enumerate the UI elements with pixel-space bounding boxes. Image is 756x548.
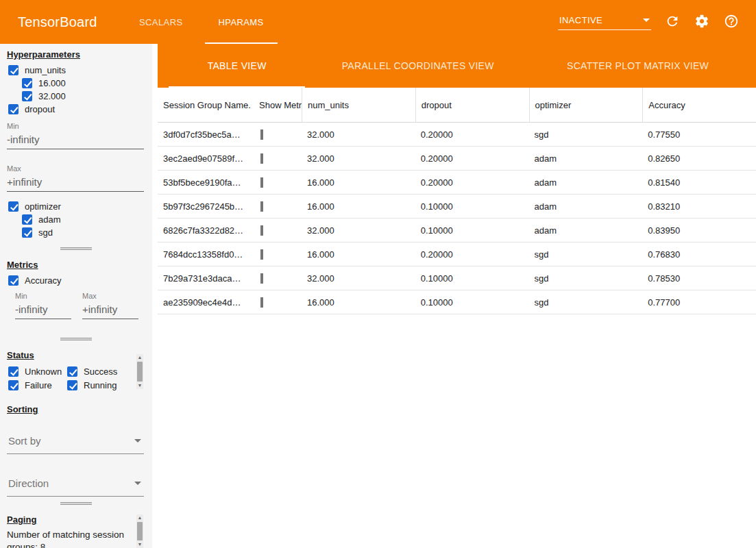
- status-row-unknown[interactable]: Unknown: [8, 365, 67, 377]
- sorting-heading: Sorting: [7, 404, 152, 414]
- session-group-name: 3df0d7cf35bec5a…: [158, 129, 254, 140]
- optimizer-value: adam: [529, 177, 643, 188]
- tab-table-view[interactable]: TABLE VIEW: [158, 44, 316, 88]
- table-row: 3ec2aed9e07589f… 32.000 0.20000 adam 0.8…: [158, 147, 756, 171]
- status-options: Unknown Success Failure Running: [0, 364, 152, 392]
- metric-max-field: Max: [82, 292, 138, 319]
- dropout-value: 0.20000: [415, 153, 529, 164]
- adam-checkbox[interactable]: [22, 214, 32, 225]
- settings-button[interactable]: [694, 14, 710, 30]
- content-area: Hyperparameters num_units 16.000 32.000 …: [0, 44, 756, 548]
- dropout-value: 0.20000: [415, 129, 529, 140]
- hparam-value-row-32[interactable]: 32.000: [0, 90, 152, 102]
- grip-icon: [60, 502, 92, 505]
- metric-min-label: Min: [15, 292, 71, 300]
- dropout-max-input[interactable]: [7, 174, 144, 192]
- hparam-value-row-sgd[interactable]: sgd: [0, 226, 152, 238]
- tab-scatter-plot-matrix-view[interactable]: SCATTER PLOT MATRIX VIEW: [520, 44, 756, 88]
- metric-max-input[interactable]: [82, 301, 138, 319]
- sidebar-resize-handle[interactable]: [0, 245, 152, 253]
- column-header-optimizer[interactable]: optimizer: [529, 88, 643, 122]
- scroll-up-icon[interactable]: ▲: [138, 514, 143, 521]
- tab-parallel-coordinates-view[interactable]: PARALLEL COORDINATES VIEW: [316, 44, 520, 88]
- refresh-button[interactable]: [664, 14, 681, 30]
- metric-max-label: Max: [82, 292, 138, 300]
- sidebar-resize-handle[interactable]: [0, 499, 152, 508]
- top-app-bar: TensorBoard SCALARS HPARAMS INACTIVE: [0, 0, 756, 44]
- metrics-heading: Metrics: [7, 260, 152, 270]
- value-16-checkbox[interactable]: [22, 78, 32, 88]
- column-header-show-metrics[interactable]: Show Metrics: [254, 88, 302, 122]
- value-32-label: 32.000: [38, 91, 66, 101]
- show-metrics-checkbox[interactable]: [260, 129, 263, 140]
- optimizer-value: adam: [529, 153, 643, 164]
- num-units-value: 16.000: [302, 297, 415, 308]
- failure-checkbox[interactable]: [8, 380, 19, 390]
- session-group-name: 7b29a731e3daca…: [158, 273, 254, 284]
- show-metrics-checkbox[interactable]: [260, 201, 263, 212]
- dropout-min-input[interactable]: [7, 132, 144, 149]
- scroll-up-icon[interactable]: ▲: [138, 354, 143, 361]
- num-units-value: 32.000: [302, 225, 415, 236]
- sidebar-resize-handle[interactable]: [0, 335, 152, 343]
- column-header-dropout[interactable]: dropout: [415, 88, 529, 122]
- hyperparameters-section: Hyperparameters num_units 16.000 32.000 …: [0, 44, 152, 245]
- scrollbar-thumb[interactable]: [137, 362, 143, 382]
- direction-value: Direction: [8, 477, 49, 489]
- session-group-name: 3ec2aed9e07589f…: [158, 153, 254, 164]
- show-metrics-checkbox[interactable]: [260, 273, 263, 284]
- show-metrics-checkbox[interactable]: [260, 225, 263, 236]
- accuracy-value: 0.77700: [642, 297, 756, 308]
- optimizer-checkbox[interactable]: [8, 201, 19, 212]
- gear-icon: [694, 14, 709, 29]
- dropout-value: 0.10000: [415, 225, 529, 236]
- paging-heading: Paging: [7, 514, 152, 525]
- success-checkbox[interactable]: [67, 366, 77, 377]
- unknown-checkbox[interactable]: [8, 366, 19, 377]
- accuracy-checkbox[interactable]: [8, 275, 19, 286]
- show-metrics-checkbox[interactable]: [260, 249, 263, 260]
- show-metrics-checkbox[interactable]: [260, 297, 263, 308]
- session-group-name: 5b97f3c2967245b…: [158, 201, 254, 212]
- column-header-accuracy[interactable]: Accuracy: [642, 88, 756, 122]
- hparam-row-dropout[interactable]: dropout: [0, 103, 152, 115]
- scroll-down-icon[interactable]: ▼: [138, 541, 143, 548]
- status-row-failure[interactable]: Failure: [8, 379, 67, 391]
- column-header-num-units[interactable]: num_units: [302, 88, 415, 122]
- show-metrics-checkbox[interactable]: [260, 153, 263, 164]
- hparam-value-row-16[interactable]: 16.000: [0, 77, 152, 89]
- num-units-value: 32.000: [302, 129, 415, 140]
- scrollbar-thumb[interactable]: [137, 522, 143, 540]
- sort-by-select[interactable]: Sort by: [7, 432, 144, 454]
- tab-hparams[interactable]: HPARAMS: [201, 0, 282, 44]
- reload-interval-value: INACTIVE: [559, 15, 602, 25]
- column-header-session-group-name[interactable]: Session Group Name.: [158, 88, 254, 122]
- direction-select[interactable]: Direction: [7, 475, 144, 497]
- optimizer-value: adam: [529, 225, 643, 236]
- scroll-down-icon[interactable]: ▼: [138, 382, 143, 389]
- hparam-row-num-units[interactable]: num_units: [0, 64, 152, 76]
- hparam-value-row-adam[interactable]: adam: [0, 213, 152, 225]
- session-groups-table: Session Group Name. Show Metrics num_uni…: [158, 88, 756, 548]
- view-tabs: TABLE VIEW PARALLEL COORDINATES VIEW SCA…: [158, 44, 756, 88]
- value-32-checkbox[interactable]: [22, 91, 32, 101]
- metric-row-accuracy[interactable]: Accuracy: [0, 274, 152, 286]
- refresh-icon: [665, 14, 680, 29]
- sgd-checkbox[interactable]: [22, 227, 32, 238]
- reload-interval-select[interactable]: INACTIVE: [558, 14, 651, 30]
- paging-scrollbar[interactable]: ▲ ▼: [136, 514, 143, 548]
- grip-icon: [60, 338, 92, 340]
- show-metrics-checkbox[interactable]: [260, 177, 263, 188]
- num-units-checkbox[interactable]: [8, 65, 19, 75]
- chevron-down-icon: [134, 482, 141, 485]
- table-row: 7684dcc13358fd0… 16.000 0.20000 sgd 0.76…: [158, 242, 756, 266]
- tab-scalars[interactable]: SCALARS: [121, 0, 201, 44]
- status-scrollbar[interactable]: ▲ ▼: [136, 354, 143, 389]
- session-group-name: 6826c7fa3322d82…: [158, 225, 254, 236]
- running-checkbox[interactable]: [67, 380, 77, 390]
- dropout-checkbox[interactable]: [8, 104, 19, 114]
- hparam-row-optimizer[interactable]: optimizer: [0, 200, 152, 212]
- metric-min-input[interactable]: [15, 301, 71, 319]
- help-button[interactable]: [723, 14, 740, 30]
- dropout-value: 0.10000: [415, 297, 529, 308]
